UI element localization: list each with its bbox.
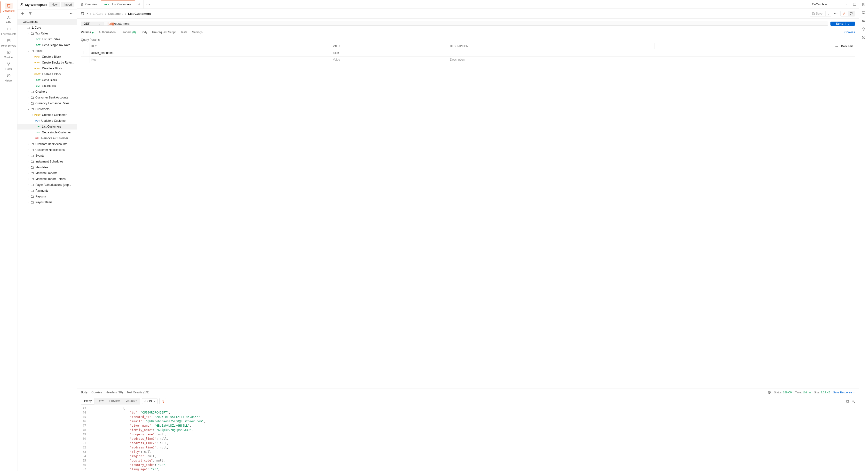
info-icon[interactable] bbox=[862, 35, 866, 39]
chevron-down-icon[interactable]: ⌄ bbox=[825, 11, 831, 16]
req-tab-pre-request-script[interactable]: Pre-request Script bbox=[152, 29, 176, 36]
nav-environments[interactable]: Environments bbox=[0, 25, 17, 36]
req-tab-authorization[interactable]: Authorization bbox=[99, 29, 116, 36]
save-response-button[interactable]: Save Response ⌄ bbox=[833, 391, 855, 394]
chevron-right-icon[interactable]: › bbox=[27, 166, 31, 169]
nav-flows[interactable]: Flows bbox=[0, 60, 17, 71]
tree-request[interactable]: PUTUpdate a Customer bbox=[18, 118, 77, 124]
chevron-down-icon[interactable]: ⌄ bbox=[27, 50, 31, 52]
nav-monitors[interactable]: Monitors bbox=[0, 48, 17, 60]
tree-request[interactable]: GETList Tax Rates bbox=[18, 36, 77, 42]
nav-mock-servers[interactable]: Mock Servers bbox=[0, 36, 17, 48]
tree-folder[interactable]: ›Mandate Import Entries bbox=[18, 176, 77, 182]
search-icon[interactable] bbox=[851, 400, 855, 403]
chevron-right-icon[interactable]: › bbox=[31, 114, 34, 116]
param-value[interactable]: false bbox=[331, 49, 448, 57]
chevron-down-icon[interactable]: ⌄ bbox=[27, 108, 31, 110]
tab-more-icon[interactable] bbox=[144, 0, 152, 8]
nav-collections[interactable]: Collections bbox=[0, 1, 17, 13]
chevron-right-icon[interactable]: › bbox=[27, 201, 31, 204]
req-tab-settings[interactable]: Settings bbox=[192, 29, 203, 36]
param-key-input[interactable]: Key bbox=[89, 57, 331, 63]
chevron-down-icon[interactable]: ⌄ bbox=[23, 26, 27, 29]
code-icon[interactable] bbox=[862, 19, 866, 23]
cookies-link[interactable]: Cookies bbox=[844, 29, 855, 36]
tree-folder[interactable]: ›Mandate Imports bbox=[18, 170, 77, 176]
tab-overview[interactable]: Overview bbox=[77, 0, 101, 8]
tree-request[interactable]: GETGet a single Customer bbox=[18, 129, 77, 135]
checkbox[interactable] bbox=[84, 51, 87, 54]
tree-folder[interactable]: ⌄Block bbox=[18, 48, 77, 54]
chevron-right-icon[interactable]: › bbox=[27, 96, 31, 99]
tree-folder[interactable]: ›Creditors bbox=[18, 89, 77, 95]
comment-icon[interactable] bbox=[862, 11, 866, 14]
breadcrumb-part[interactable]: Customers bbox=[108, 12, 123, 16]
collection-tree[interactable]: ⌄GoCardless⌄1. Core⌄Tax RatesGETList Tax… bbox=[18, 18, 77, 471]
breadcrumb-part[interactable]: 1. Core bbox=[93, 12, 103, 16]
tree-folder[interactable]: ›Customer Notifications bbox=[18, 147, 77, 153]
chevron-down-icon[interactable]: ⌄ bbox=[20, 21, 23, 23]
more-icon[interactable] bbox=[69, 11, 74, 16]
chevron-right-icon[interactable]: › bbox=[27, 189, 31, 192]
chevron-down-icon[interactable]: ⌄ bbox=[27, 32, 31, 35]
param-desc-input[interactable]: Description bbox=[448, 57, 855, 63]
tree-request[interactable]: POSTCreate Blocks by Refer... bbox=[18, 60, 77, 65]
param-key[interactable]: active_mandates bbox=[89, 49, 331, 57]
add-icon[interactable] bbox=[20, 11, 25, 16]
workspace-name[interactable]: My Workspace bbox=[20, 3, 48, 6]
tree-folder[interactable]: ›Events bbox=[18, 153, 77, 158]
resp-tab-headers[interactable]: Headers (18) bbox=[106, 389, 123, 396]
resp-tab-test-results[interactable]: Test Results (1/1) bbox=[127, 389, 149, 396]
chevron-right-icon[interactable]: › bbox=[27, 143, 31, 145]
param-value-input[interactable]: Value bbox=[331, 57, 448, 63]
method-select[interactable]: GET ⌄ bbox=[81, 22, 103, 26]
new-button[interactable]: New bbox=[49, 2, 60, 7]
environment-select[interactable]: GoCardless⌄ bbox=[809, 0, 850, 8]
tree-request[interactable]: POSTEnable a Block bbox=[18, 71, 77, 77]
view-pretty[interactable]: Pretty bbox=[81, 398, 95, 405]
view-mode-toggle[interactable] bbox=[840, 11, 855, 17]
tree-folder[interactable]: ›Currency Exchange Rates bbox=[18, 100, 77, 106]
format-select[interactable]: JSON ⌄ bbox=[142, 398, 157, 404]
chevron-right-icon[interactable]: › bbox=[27, 184, 31, 186]
collection-root[interactable]: ⌄GoCardless bbox=[18, 19, 77, 25]
req-tab-headers[interactable]: Headers (8) bbox=[120, 29, 136, 36]
param-desc[interactable] bbox=[448, 49, 855, 57]
chevron-right-icon[interactable]: › bbox=[27, 195, 31, 198]
req-tab-body[interactable]: Body bbox=[141, 29, 147, 36]
req-tab-params[interactable]: Params ● bbox=[81, 29, 94, 36]
edit-icon[interactable] bbox=[841, 11, 848, 16]
chevron-right-icon[interactable]: › bbox=[27, 90, 31, 93]
chevron-right-icon[interactable]: › bbox=[27, 172, 31, 174]
chevron-right-icon[interactable]: › bbox=[27, 178, 31, 180]
tree-request[interactable]: POSTDisable a Block bbox=[18, 65, 77, 71]
chevron-down-icon[interactable]: ⌄ bbox=[845, 23, 849, 25]
tree-folder[interactable]: ›Payer Authorisations (dep... bbox=[18, 182, 77, 188]
tree-request[interactable]: DELRemove a Customer bbox=[18, 135, 77, 141]
view-visualize[interactable]: Visualize bbox=[123, 398, 140, 405]
chevron-right-icon[interactable]: › bbox=[27, 149, 31, 151]
view-preview[interactable]: Preview bbox=[106, 398, 123, 405]
resp-tab-body[interactable]: Body bbox=[81, 389, 88, 396]
chevron-right-icon[interactable]: › bbox=[27, 160, 31, 163]
tree-folder[interactable]: ›Mandates bbox=[18, 165, 77, 170]
lightbulb-icon[interactable] bbox=[862, 27, 866, 31]
tab-list-customers[interactable]: GETList Customers bbox=[101, 0, 135, 8]
tree-folder[interactable]: ›Customer Bank Accounts bbox=[18, 95, 77, 100]
import-button[interactable]: Import bbox=[61, 2, 74, 7]
tree-folder[interactable]: ›Instalment Schedules bbox=[18, 158, 77, 165]
filter-icon[interactable] bbox=[28, 11, 33, 16]
docs-icon[interactable] bbox=[862, 2, 866, 6]
req-tab-tests[interactable]: Tests bbox=[181, 29, 187, 36]
env-quicklook-icon[interactable] bbox=[850, 0, 859, 8]
tree-folder[interactable]: ⌄1. Core bbox=[18, 25, 77, 31]
tree-folder[interactable]: ›Payout Items bbox=[18, 199, 77, 205]
more-icon[interactable]: ••• bbox=[835, 45, 838, 48]
globe-icon[interactable] bbox=[768, 391, 771, 394]
copy-icon[interactable] bbox=[846, 400, 849, 403]
wrap-lines-icon[interactable] bbox=[159, 398, 166, 404]
resp-tab-cookies[interactable]: Cookies bbox=[91, 389, 102, 396]
add-tab-button[interactable]: + bbox=[135, 0, 144, 8]
tree-request[interactable]: GETGet a Block bbox=[18, 77, 77, 83]
chevron-right-icon[interactable]: › bbox=[27, 154, 31, 157]
